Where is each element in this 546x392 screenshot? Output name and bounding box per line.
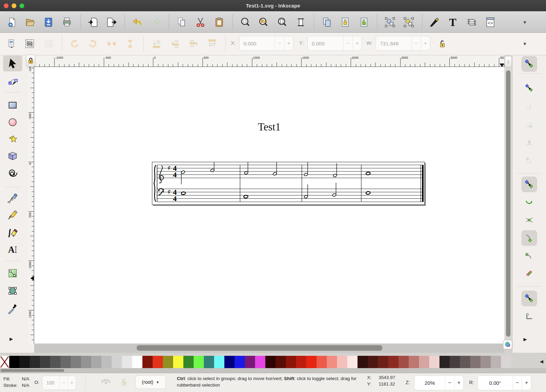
export-button[interactable] — [104, 16, 118, 28]
palette-swatch[interactable] — [142, 356, 153, 368]
palette-scroll-left-button[interactable]: ◀ — [540, 359, 543, 364]
palette-swatch[interactable] — [337, 356, 347, 368]
palette-swatch[interactable] — [398, 356, 409, 368]
canvas[interactable]: Test1 ♯♯4444 — [34, 67, 504, 344]
tool-dropper[interactable] — [3, 301, 22, 317]
palette-swatch[interactable] — [50, 356, 60, 368]
x-field-value[interactable]: 0.000 — [239, 36, 275, 51]
snap-paths-button[interactable] — [521, 195, 537, 210]
flip-vertical-button[interactable] — [123, 37, 138, 51]
tool-mesh-gradient[interactable] — [3, 283, 22, 298]
snap-others-button[interactable] — [521, 291, 537, 306]
toolbox-expander-button[interactable]: ▶ — [10, 336, 13, 341]
palette-swatch[interactable] — [296, 356, 306, 368]
tool-node-editor[interactable] — [3, 73, 22, 89]
palette-swatch[interactable] — [480, 356, 491, 368]
color-managed-display-button[interactable] — [503, 340, 512, 349]
commands-overflow-button[interactable]: ▼ — [517, 37, 532, 51]
current-layer-selector[interactable]: (root) ▼ — [135, 375, 166, 389]
palette-swatch[interactable] — [30, 356, 40, 368]
x-field[interactable]: 0.000 − + — [239, 36, 294, 51]
palette-swatch[interactable] — [265, 356, 276, 368]
y-field[interactable]: 0.000 − + — [307, 36, 362, 51]
import-button[interactable] — [86, 16, 100, 28]
tool-calligraphy[interactable] — [3, 225, 22, 240]
palette-swatch[interactable] — [327, 356, 337, 368]
palette-swatch[interactable] — [204, 356, 214, 368]
undo-button[interactable] — [130, 16, 144, 28]
zoom-decrement-button[interactable]: − — [445, 376, 454, 390]
palette-swatch[interactable] — [450, 356, 460, 368]
vertical-scrollbar[interactable]: 1 — [504, 55, 512, 344]
lock-guides-button[interactable] — [26, 55, 36, 67]
rotate-cw-button[interactable] — [85, 37, 100, 51]
copy-button[interactable] — [175, 16, 188, 28]
sticky-zoom-button[interactable]: 1 — [505, 56, 512, 68]
width-decrement-button[interactable]: − — [411, 36, 421, 51]
document-title-text[interactable]: Test1 — [34, 121, 504, 133]
stroke-value[interactable]: N/A — [22, 383, 29, 388]
palette-swatch[interactable] — [347, 356, 358, 368]
x-decrement-button[interactable]: − — [275, 36, 284, 51]
tool-pen[interactable] — [3, 190, 22, 206]
group-button[interactable] — [383, 16, 397, 28]
new-document-button[interactable] — [5, 16, 19, 28]
palette-swatch[interactable] — [429, 356, 439, 368]
palette-swatch[interactable] — [19, 356, 30, 368]
palette-swatch[interactable] — [91, 356, 101, 368]
tool-pencil[interactable] — [3, 207, 22, 223]
x-increment-button[interactable]: + — [284, 36, 293, 51]
horizontal-scrollbar-thumb[interactable] — [137, 345, 382, 351]
palette-swatch[interactable] — [286, 356, 296, 368]
snap-bbox-edge-midpoints-button[interactable] — [521, 135, 537, 151]
palette-swatch[interactable] — [71, 356, 81, 368]
select-all-layers-button[interactable] — [22, 37, 37, 51]
zoom-page-button[interactable] — [275, 16, 289, 28]
snap-path-intersections-button[interactable] — [521, 212, 537, 228]
snap-enable-button[interactable] — [521, 56, 537, 72]
score-page[interactable]: ♯♯4444 — [152, 162, 425, 205]
vertical-scrollbar-thumb[interactable] — [506, 70, 510, 337]
rotate-ccw-button[interactable] — [67, 37, 82, 51]
lower-button[interactable] — [167, 37, 182, 51]
opacity-field[interactable]: 100 − + — [42, 376, 76, 390]
fill-stroke-dialog-button[interactable] — [427, 16, 441, 28]
unlink-clone-button[interactable] — [357, 16, 371, 28]
snap-bbox-centers-button[interactable] — [521, 153, 537, 168]
save-document-button[interactable] — [42, 16, 55, 28]
palette-swatch[interactable] — [214, 356, 224, 368]
raise-button[interactable] — [186, 37, 201, 51]
palette-swatch[interactable] — [132, 356, 142, 368]
opacity-value[interactable]: 100 — [42, 376, 59, 390]
palette-swatch[interactable] — [9, 356, 19, 368]
rotation-decrement-button[interactable]: − — [513, 376, 522, 390]
layer-lock-toggle[interactable] — [120, 378, 128, 388]
zoom-drawing-button[interactable] — [256, 16, 270, 28]
zoom-field[interactable]: 20% − + — [414, 375, 464, 390]
tool-spiral[interactable] — [3, 166, 22, 182]
snap-page-border-button[interactable] — [521, 308, 537, 324]
raise-to-top-button[interactable] — [205, 37, 220, 51]
xml-editor-button[interactable]: <> — [484, 16, 497, 28]
flip-horizontal-button[interactable] — [104, 37, 119, 51]
snap-bounding-box-button[interactable] — [521, 80, 537, 96]
palette-swatch[interactable] — [491, 356, 501, 368]
palette-swatch[interactable] — [153, 356, 163, 368]
palette-swatch[interactable] — [194, 356, 204, 368]
palette-swatch[interactable] — [173, 356, 183, 368]
print-button[interactable] — [60, 16, 74, 28]
paste-button[interactable] — [212, 16, 226, 28]
palette-swatch[interactable] — [40, 356, 50, 368]
palette-swatch-none[interactable] — [0, 356, 9, 368]
lower-to-bottom-button[interactable] — [149, 37, 164, 51]
width-increment-button[interactable]: + — [421, 36, 430, 51]
lock-ratio-button[interactable] — [435, 37, 450, 51]
palette-swatch[interactable] — [224, 356, 235, 368]
create-clone-button[interactable] — [338, 16, 352, 28]
zoom-page-width-button[interactable] — [294, 16, 308, 28]
palette-swatch[interactable] — [163, 356, 173, 368]
horizontal-ruler[interactable]: -1000-5000500100015002000250030003500 — [34, 55, 504, 67]
duplicate-button[interactable] — [320, 16, 334, 28]
snap-cusp-nodes-button[interactable] — [521, 230, 537, 246]
tool-text[interactable]: A — [3, 242, 22, 257]
